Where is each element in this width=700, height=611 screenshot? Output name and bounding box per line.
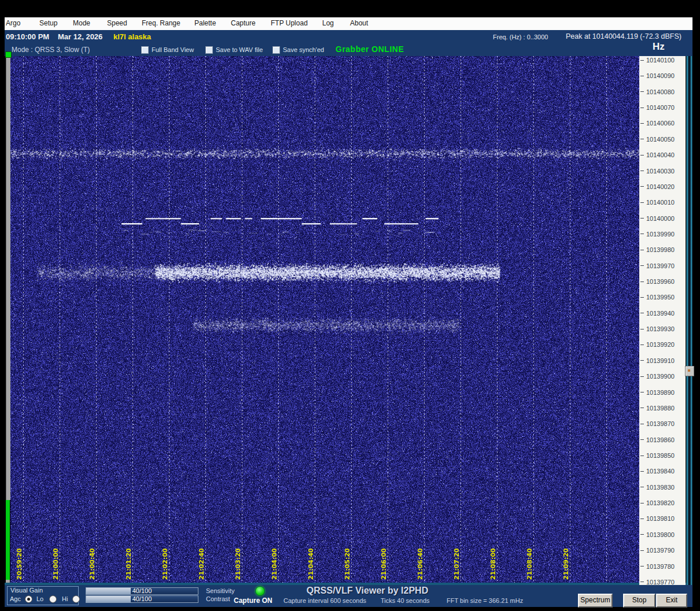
- freq-tick: [640, 202, 644, 203]
- freq-tick-label: 10140090: [646, 72, 675, 79]
- menu-mode[interactable]: Mode: [73, 19, 90, 27]
- freq-tick-label: 10139890: [646, 389, 675, 396]
- freq-tick: [640, 376, 644, 377]
- freq-tick: [640, 582, 644, 582]
- freq-tick: [640, 566, 644, 566]
- freq-range-readout: Freq. (Hz) : 0..3000: [493, 34, 548, 40]
- freq-scale-row: 10140080: [639, 88, 675, 95]
- station-callsign: kl7l alaska: [113, 32, 151, 41]
- freq-tick-label: 10139920: [646, 341, 675, 348]
- radio-lo[interactable]: [49, 595, 57, 603]
- checkbox-save-synch-ed[interactable]: [272, 46, 280, 54]
- freq-tick-label: 10140020: [646, 183, 675, 190]
- menu-capture[interactable]: Capture: [231, 19, 256, 27]
- freq-scale-row: 10139820: [639, 499, 675, 506]
- buffer-indicator-led: [5, 51, 12, 58]
- freq-scale-row: 10140010: [639, 199, 675, 206]
- freq-scale-row: 10139890: [639, 389, 675, 396]
- freq-tick-label: 10140080: [646, 88, 675, 95]
- freq-tick: [640, 471, 644, 472]
- menu-ftp-upload[interactable]: FTP Upload: [271, 19, 308, 27]
- menu-argo[interactable]: Argo: [6, 19, 20, 27]
- checkbox-label-save-synch-ed: Save synch'ed: [283, 46, 324, 53]
- freq-scale-row: 10140070: [639, 104, 675, 111]
- radio-agc[interactable]: [25, 595, 32, 603]
- spectrogram-waterfall[interactable]: [10, 56, 639, 583]
- freq-tick-label: 10140030: [646, 168, 675, 175]
- sensitivity-slider[interactable]: 40/100: [86, 587, 198, 595]
- contrast-slider[interactable]: 40/100: [86, 595, 198, 603]
- mode-label: Mode : QRSS 3, Slow (T): [12, 46, 90, 54]
- freq-tick-label: 10139810: [646, 515, 675, 522]
- freq-scale-row: 10139880: [639, 405, 675, 412]
- freq-scale-row: 10140060: [639, 120, 675, 127]
- freq-tick-label: 10139960: [646, 278, 675, 285]
- freq-tick-label: 10140070: [646, 104, 675, 111]
- frequency-scrollbar-thumb[interactable]: [685, 366, 694, 376]
- frequency-axis-unit: Hz: [653, 41, 665, 53]
- menu-about[interactable]: About: [350, 19, 368, 27]
- freq-tick-label: 10139980: [646, 246, 675, 253]
- freq-tick-label: 10139940: [646, 310, 675, 317]
- freq-scale-row: 10139930: [639, 325, 675, 332]
- visual-gain-label-hi: Hi: [62, 595, 68, 602]
- freq-tick-label: 10139820: [646, 499, 675, 506]
- freq-scale-row: 10139790: [639, 547, 675, 554]
- freq-tick-label: 10139900: [646, 373, 675, 380]
- spectrum-button[interactable]: Spectrum: [578, 594, 613, 608]
- freq-tick: [640, 519, 644, 519]
- freq-tick-label: 10140040: [646, 151, 675, 158]
- freq-tick-label: 10139970: [646, 262, 675, 269]
- freq-scale-row: 10140040: [639, 151, 675, 158]
- capture-led: [255, 586, 265, 596]
- freq-scale-row: 10139810: [639, 515, 675, 522]
- status-bar: 09:10:00 PM Mar 12, 2026 kl7l alaska Fre…: [5, 30, 692, 43]
- menu-bar: ArgoSetupModeSpeedFreq. RangePaletteCapt…: [5, 17, 692, 30]
- freq-tick-label: 10139950: [646, 294, 675, 301]
- freq-tick-label: 10139870: [646, 420, 675, 427]
- freq-scale-row: 10139940: [639, 310, 675, 317]
- menu-speed[interactable]: Speed: [107, 19, 127, 27]
- freq-tick: [640, 234, 644, 234]
- visual-gain-group: Visual Gain AgcLoHi: [7, 586, 79, 605]
- freq-tick: [640, 534, 644, 535]
- contrast-label: Contrast: [206, 595, 230, 602]
- freq-scale-row: 10139990: [639, 231, 675, 238]
- visual-gain-label-lo: Lo: [36, 595, 43, 602]
- checkbox-full-band-view[interactable]: [141, 46, 149, 54]
- freq-tick-label: 10140100: [646, 57, 675, 64]
- menu-freq-range[interactable]: Freq. Range: [142, 19, 180, 27]
- freq-scale-row: 10139970: [639, 262, 675, 269]
- freq-scale-row: 10139800: [639, 531, 675, 538]
- freq-tick-label: 10139800: [646, 531, 675, 538]
- frequency-scrollbar[interactable]: [686, 56, 692, 585]
- freq-scale-row: 10140090: [639, 72, 675, 79]
- stop-button[interactable]: Stop: [623, 594, 655, 608]
- exit-button[interactable]: Exit: [656, 594, 687, 608]
- freq-scale-row: 10139860: [639, 436, 675, 443]
- freq-tick: [640, 155, 644, 155]
- checkbox-label-save-to-wav-file: Save to WAV file: [216, 46, 263, 53]
- radio-hi[interactable]: [72, 595, 80, 603]
- clock-time: 09:10:00 PM: [6, 32, 49, 41]
- freq-scale-row: 10139960: [639, 278, 675, 285]
- freq-scale-row: 10139840: [639, 468, 675, 475]
- freq-scale-row: 10140050: [639, 136, 675, 143]
- freq-tick: [640, 250, 644, 250]
- capture-progress-track: [6, 57, 10, 500]
- freq-tick: [640, 60, 644, 61]
- freq-tick: [640, 550, 644, 551]
- control-bar: Visual Gain AgcLoHi Capture ON QRSS/VLF …: [5, 585, 692, 607]
- menu-palette[interactable]: Palette: [194, 19, 216, 27]
- freq-tick-label: 10140060: [646, 120, 675, 127]
- freq-scale-row: 10139780: [639, 563, 675, 570]
- fft-bin-size-label: FFT bin size = 366.21 mHz: [447, 597, 523, 604]
- freq-scale-row: 10139920: [639, 341, 675, 348]
- freq-tick-label: 10139880: [646, 405, 675, 412]
- freq-tick: [640, 392, 644, 392]
- freq-tick: [640, 345, 644, 345]
- freq-tick: [640, 76, 644, 76]
- checkbox-save-to-wav-file[interactable]: [205, 46, 213, 54]
- menu-setup[interactable]: Setup: [39, 19, 57, 27]
- menu-log[interactable]: Log: [322, 19, 334, 27]
